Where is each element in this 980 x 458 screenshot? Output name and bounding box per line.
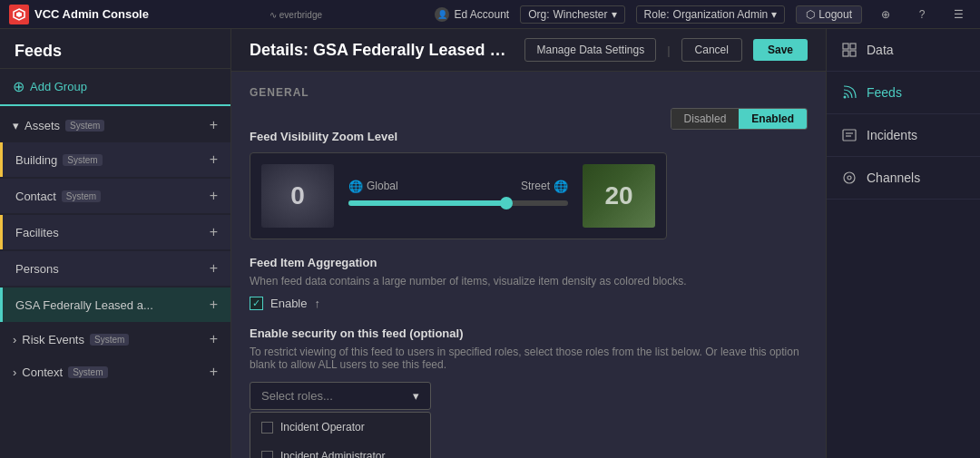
top-nav: VCC Admin Console ∿ everbridge 👤 Ed Acco…	[0, 0, 980, 29]
building-sys-badge: System	[63, 154, 102, 166]
right-panel-data-label: Data	[867, 43, 894, 57]
chevron-down-icon: ▾	[612, 8, 617, 21]
gsa-add-button[interactable]: +	[210, 297, 218, 313]
zoom-container: 0 🌐 Global Street 🌐	[250, 152, 667, 239]
assets-sys-badge: System	[65, 120, 104, 132]
right-panel-incidents-label: Incidents	[867, 128, 917, 142]
main-body: GENERAL Disabled Enabled Feed Visibility…	[231, 72, 826, 458]
data-icon	[841, 42, 858, 58]
contact-add-button[interactable]: +	[210, 188, 218, 204]
sidebar-item-facilites[interactable]: Facilites +	[0, 215, 230, 249]
sidebar-section-context-label: Context	[22, 365, 63, 379]
add-group-button[interactable]: ⊕ Add Group	[0, 69, 230, 106]
menu-icon-btn[interactable]: ☰	[946, 2, 971, 27]
security-desc: To restrict viewing of this feed to user…	[250, 346, 808, 371]
sidebar-section-assets-left: ▾ Assets System	[13, 119, 104, 132]
right-panel-channels[interactable]: Channels	[827, 157, 980, 200]
enable-aggregation-checkbox[interactable]: ✓	[250, 297, 263, 310]
dropdown-item-incident-admin[interactable]: Incident Administrator	[250, 442, 430, 458]
svg-rect-3	[843, 44, 848, 49]
main-header: Details: GSA Federally Leased and Owned …	[231, 29, 826, 72]
nav-brand-center: ∿ everbridge	[172, 7, 435, 22]
incidents-icon	[841, 127, 858, 143]
roles-dropdown-menu: Incident Operator Incident Administrator…	[250, 412, 431, 458]
nav-right: 👤 Ed Account Org: Winchester ▾ Role: Org…	[435, 2, 971, 27]
risk-sys-badge: System	[90, 334, 129, 346]
roles-dropdown-container: Select roles... ▾ Incident Operator Inci…	[250, 382, 431, 458]
svg-text:∿ everbridge: ∿ everbridge	[270, 10, 322, 20]
save-button[interactable]: Save	[753, 39, 808, 61]
nav-org-label: Org:	[528, 8, 549, 21]
sidebar-item-contact[interactable]: Contact System +	[0, 179, 230, 213]
svg-marker-1	[16, 12, 22, 17]
facilites-add-button[interactable]: +	[210, 224, 218, 240]
shield-icon-btn[interactable]: ⊕	[873, 2, 898, 27]
sidebar-item-persons[interactable]: Persons +	[0, 251, 230, 286]
feeds-icon	[841, 84, 858, 101]
sidebar-section-context-header[interactable]: › Context System +	[0, 356, 230, 387]
chevron-down-icon: ▾	[413, 389, 419, 403]
right-panel-incidents[interactable]: Incidents	[827, 114, 980, 157]
zoom-label: Feed Visibility Zoom Level	[250, 130, 808, 143]
logout-label: Logout	[818, 8, 852, 21]
zoom-slider-handle[interactable]	[500, 197, 513, 210]
building-add-button[interactable]: +	[210, 151, 218, 168]
persons-add-button[interactable]: +	[210, 260, 218, 277]
persons-label: Persons	[15, 262, 59, 276]
select-roles-dropdown[interactable]: Select roles... ▾	[250, 382, 431, 410]
cancel-button[interactable]: Cancel	[681, 38, 742, 62]
enabled-toggle-button[interactable]: Enabled	[739, 109, 807, 129]
chevron-down-icon: ▾	[771, 8, 777, 21]
right-panel-channels-label: Channels	[867, 171, 920, 185]
assets-add-button[interactable]: +	[210, 117, 218, 133]
zoom-slider-area: 🌐 Global Street 🌐	[348, 180, 568, 213]
disabled-toggle-button[interactable]: Disabled	[671, 109, 740, 129]
sidebar-section-context: › Context System +	[0, 356, 230, 387]
risk-add-button[interactable]: +	[210, 331, 218, 347]
zoom-slider[interactable]	[348, 200, 568, 206]
dropdown-item-incident-operator[interactable]: Incident Operator	[250, 413, 430, 442]
add-group-label: Add Group	[30, 80, 87, 93]
nav-org-selector[interactable]: Org: Winchester ▾	[520, 5, 624, 24]
nav-user: 👤 Ed Account	[435, 7, 509, 22]
svg-rect-8	[843, 130, 856, 141]
zoom-right-number: 20	[604, 181, 632, 210]
zoom-street-label: Street	[521, 180, 550, 192]
incident-admin-checkbox[interactable]	[261, 451, 273, 459]
right-panel-feeds-label: Feeds	[867, 85, 902, 100]
svg-point-12	[848, 176, 851, 180]
right-panel-feeds[interactable]: Feeds	[827, 72, 980, 114]
sidebar-section-risk-events-header[interactable]: › Risk Events System +	[0, 324, 230, 355]
globe-right-icon: 🌐	[554, 180, 568, 193]
sidebar-item-gsa[interactable]: GSA Federally Leased a... +	[0, 287, 230, 322]
right-panel-data[interactable]: Data	[827, 29, 980, 72]
sidebar-section-risk-label: Risk Events	[22, 333, 84, 346]
zoom-global-label: Global	[367, 180, 398, 192]
chevron-right-icon-2: ›	[13, 365, 16, 379]
enable-aggregation-label: Enable	[270, 297, 307, 310]
incident-operator-checkbox[interactable]	[261, 422, 273, 434]
manage-data-settings-button[interactable]: Manage Data Settings	[524, 38, 656, 62]
check-icon: ✓	[252, 297, 260, 309]
context-add-button[interactable]: +	[210, 364, 218, 380]
zoom-thumb-left: 0	[261, 164, 334, 228]
svg-point-11	[844, 172, 855, 183]
contact-label: Contact	[15, 190, 56, 203]
sidebar-header: Feeds	[0, 29, 230, 69]
nav-role-selector[interactable]: Role: Organization Admin ▾	[636, 5, 786, 24]
main-layout: Feeds ⊕ Add Group ▾ Assets System +	[0, 29, 980, 458]
main-content: Details: GSA Federally Leased and Owned …	[231, 29, 826, 458]
help-icon-btn[interactable]: ?	[909, 2, 935, 27]
svg-rect-6	[850, 51, 856, 56]
enable-disable-toggle[interactable]: Disabled Enabled	[671, 108, 808, 130]
contact-sys-badge: System	[62, 190, 101, 202]
sidebar-section-assets-header[interactable]: ▾ Assets System +	[0, 110, 230, 141]
logout-button[interactable]: ⬡ Logout	[796, 5, 862, 24]
right-panel: Data Feeds Incidents	[826, 29, 980, 458]
gsa-label: GSA Federally Leased a...	[15, 298, 153, 312]
sidebar-section-assets: ▾ Assets System + Building System +	[0, 110, 230, 322]
svg-point-7	[844, 96, 847, 99]
logout-icon: ⬡	[806, 8, 815, 21]
sidebar: Feeds ⊕ Add Group ▾ Assets System +	[0, 29, 231, 458]
sidebar-item-building[interactable]: Building System +	[0, 142, 230, 177]
